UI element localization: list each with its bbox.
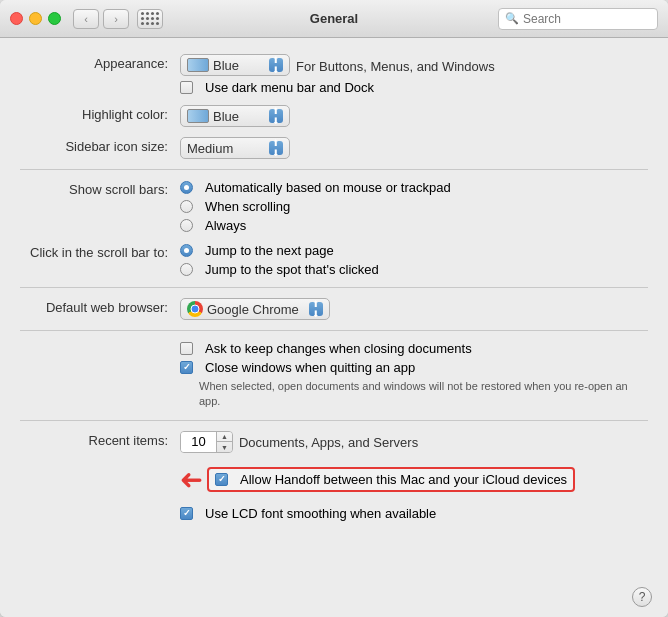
handoff-text: Allow Handoff between this Mac and your …: [240, 472, 567, 487]
scroll-scrolling-label: When scrolling: [205, 199, 290, 214]
sidebar-icon-content: Medium ⬆⬇: [180, 137, 648, 159]
highlight-select[interactable]: Blue ⬆⬇: [180, 105, 290, 127]
appearance-value: Blue: [213, 58, 265, 73]
highlight-value: Blue: [213, 109, 265, 124]
handoff-content: ➜ Allow Handoff between this Mac and you…: [180, 463, 648, 496]
recent-items-label: Recent items:: [20, 431, 180, 448]
appearance-arrow: ⬆⬇: [269, 58, 283, 72]
sidebar-icon-value: Medium: [187, 141, 265, 156]
window-title: General: [310, 11, 358, 26]
scroll-auto-radio[interactable]: [180, 181, 193, 194]
scroll-click-label: Click in the scroll bar to:: [20, 243, 180, 260]
scroll-always-radio[interactable]: [180, 219, 193, 232]
minimize-button[interactable]: [29, 12, 42, 25]
separator-3: [20, 330, 648, 331]
default-browser-label: Default web browser:: [20, 298, 180, 315]
help-button[interactable]: ?: [632, 587, 652, 607]
blue-swatch: [187, 58, 209, 72]
recent-items-content: 10 ▲ ▼ Documents, Apps, and Servers: [180, 431, 648, 453]
options-content: Ask to keep changes when closing documen…: [180, 341, 648, 410]
options-row: Ask to keep changes when closing documen…: [20, 341, 648, 410]
browser-value: Google Chrome: [207, 302, 305, 317]
ask-keep-changes-checkbox[interactable]: [180, 342, 193, 355]
handoff-checkbox[interactable]: [215, 473, 228, 486]
highlight-arrow: ⬆⬇: [269, 109, 283, 123]
dark-menu-checkbox[interactable]: [180, 81, 193, 94]
titlebar: ‹ › General 🔍: [0, 0, 668, 38]
forward-button[interactable]: ›: [103, 9, 129, 29]
handoff-highlight-wrapper: ➜ Allow Handoff between this Mac and you…: [180, 463, 648, 496]
sidebar-icon-select[interactable]: Medium ⬆⬇: [180, 137, 290, 159]
separator-2: [20, 287, 648, 288]
lcd-row: Use LCD font smoothing when available: [20, 506, 648, 521]
highlight-color-label: Highlight color:: [20, 105, 180, 122]
recent-items-value: 10: [181, 432, 217, 452]
red-arrow-icon: ➜: [180, 463, 203, 496]
traffic-lights: [10, 12, 61, 25]
highlight-color-content: Blue ⬆⬇: [180, 105, 648, 127]
options-label: [20, 341, 180, 343]
stepper-up[interactable]: ▲: [217, 432, 232, 443]
scroll-click-next-label: Jump to the next page: [205, 243, 334, 258]
close-windows-checkbox[interactable]: [180, 361, 193, 374]
dark-menu-label: Use dark menu bar and Dock: [205, 80, 374, 95]
separator-1: [20, 169, 648, 170]
search-input[interactable]: [523, 12, 651, 26]
lcd-content: Use LCD font smoothing when available: [180, 506, 648, 521]
lcd-text: Use LCD font smoothing when available: [205, 506, 436, 521]
highlight-swatch: [187, 109, 209, 123]
default-browser-content: Google Chrome ⬆⬇: [180, 298, 648, 320]
sidebar-icon-row: Sidebar icon size: Medium ⬆⬇: [20, 137, 648, 159]
sidebar-icon-arrow: ⬆⬇: [269, 141, 283, 155]
separator-4: [20, 420, 648, 421]
back-button[interactable]: ‹: [73, 9, 99, 29]
chrome-icon: [187, 301, 203, 317]
highlight-color-row: Highlight color: Blue ⬆⬇: [20, 105, 648, 127]
sidebar-icon-label: Sidebar icon size:: [20, 137, 180, 154]
scroll-click-row: Click in the scroll bar to: Jump to the …: [20, 243, 648, 277]
lcd-label: [20, 506, 180, 508]
search-field[interactable]: 🔍: [498, 8, 658, 30]
scroll-click-spot-label: Jump to the spot that's clicked: [205, 262, 379, 277]
appearance-content: Blue ⬆⬇ For Buttons, Menus, and Windows …: [180, 54, 648, 95]
scroll-always-label: Always: [205, 218, 246, 233]
appearance-select[interactable]: Blue ⬆⬇: [180, 54, 290, 76]
appearance-row: Appearance: Blue ⬆⬇ For Buttons, Menus, …: [20, 54, 648, 95]
system-preferences-window: ‹ › General 🔍 Appearance:: [0, 0, 668, 617]
scroll-bars-row: Show scroll bars: Automatically based on…: [20, 180, 648, 233]
preferences-content: Appearance: Blue ⬆⬇ For Buttons, Menus, …: [0, 38, 668, 617]
search-icon: 🔍: [505, 12, 519, 25]
appearance-description: For Buttons, Menus, and Windows: [296, 57, 495, 74]
scroll-auto-label: Automatically based on mouse or trackpad: [205, 180, 451, 195]
scroll-click-next-radio[interactable]: [180, 244, 193, 257]
recent-items-description: Documents, Apps, and Servers: [239, 433, 418, 450]
ask-keep-changes-label: Ask to keep changes when closing documen…: [205, 341, 472, 356]
scroll-bars-content: Automatically based on mouse or trackpad…: [180, 180, 648, 233]
close-windows-note: When selected, open documents and window…: [199, 379, 648, 410]
recent-items-row: Recent items: 10 ▲ ▼ Documents, Apps, an…: [20, 431, 648, 453]
browser-arrow: ⬆⬇: [309, 302, 323, 316]
nav-buttons: ‹ ›: [73, 9, 163, 29]
scroll-click-spot-radio[interactable]: [180, 263, 193, 276]
scroll-bars-label: Show scroll bars:: [20, 180, 180, 197]
handoff-row: ➜ Allow Handoff between this Mac and you…: [20, 463, 648, 496]
handoff-label: [20, 463, 180, 465]
scroll-scrolling-radio[interactable]: [180, 200, 193, 213]
close-windows-label: Close windows when quitting an app: [205, 360, 415, 375]
appearance-label: Appearance:: [20, 54, 180, 71]
handoff-highlight: Allow Handoff between this Mac and your …: [207, 467, 575, 492]
stepper-arrows: ▲ ▼: [217, 432, 232, 452]
zoom-button[interactable]: [48, 12, 61, 25]
scroll-click-content: Jump to the next page Jump to the spot t…: [180, 243, 648, 277]
close-button[interactable]: [10, 12, 23, 25]
browser-select[interactable]: Google Chrome ⬆⬇: [180, 298, 330, 320]
grid-button[interactable]: [137, 9, 163, 29]
default-browser-row: Default web browser: Google Chrome ⬆⬇: [20, 298, 648, 320]
stepper-down[interactable]: ▼: [217, 442, 232, 452]
lcd-checkbox[interactable]: [180, 507, 193, 520]
recent-items-stepper[interactable]: 10 ▲ ▼: [180, 431, 233, 453]
